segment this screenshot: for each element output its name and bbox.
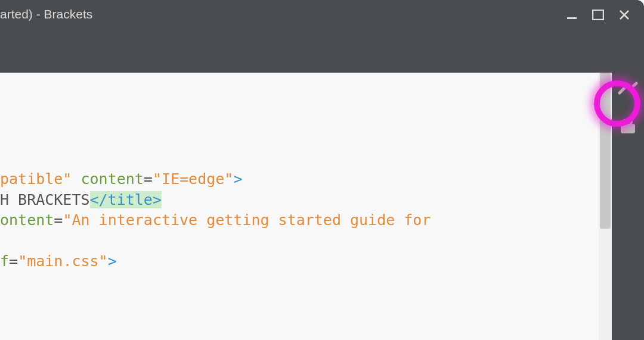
main-area: patible" content="IE=edge"> H BRACKETS</… [0,73,644,340]
code-token: "An interactive getting started guide fo… [63,211,431,229]
code-token: = [144,170,153,188]
code-token: H BRACKETS [0,191,90,208]
titlebar: arted) - Brackets [0,0,644,73]
code-content: patible" content="IE=edge"> H BRACKETS</… [0,169,431,272]
code-editor[interactable]: patible" content="IE=edge"> H BRACKETS</… [0,73,599,340]
code-token: ontent [0,211,54,229]
code-token: patible" [0,170,72,188]
code-token: = [54,211,63,229]
svg-rect-4 [621,124,635,133]
close-button[interactable] [618,8,631,21]
window-title: arted) - Brackets [0,7,92,21]
code-token: content [80,170,143,188]
svg-rect-5 [623,119,627,124]
svg-rect-1 [593,10,603,20]
maximize-button[interactable] [592,8,605,21]
closing-tag-highlight: </title> [90,191,162,208]
code-token: = [9,252,18,270]
code-token: > [108,252,117,270]
svg-rect-6 [629,119,633,124]
window-controls [565,0,644,21]
code-token: "IE=edge" [153,170,233,188]
extension-manager-icon[interactable] [618,117,637,136]
right-toolbar [612,73,644,340]
svg-rect-0 [567,17,577,19]
code-token: "main.css" [18,252,108,270]
live-preview-icon[interactable] [618,80,638,100]
minimize-button[interactable] [565,8,578,21]
code-token: > [233,170,242,188]
scrollbar-thumb[interactable] [600,73,611,229]
app-window: arted) - Brackets patible" content="IE=e… [0,0,644,340]
code-token: f [0,252,9,270]
vertical-scrollbar[interactable] [599,73,612,340]
